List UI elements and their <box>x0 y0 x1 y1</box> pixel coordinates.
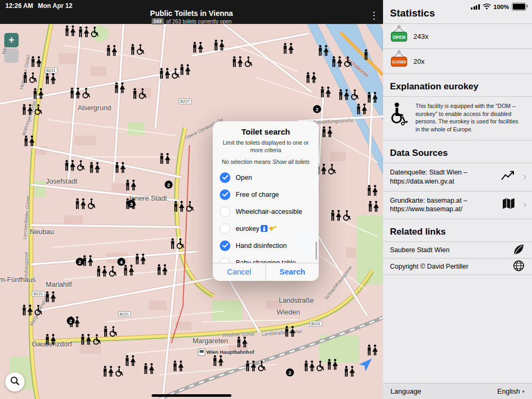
toilet-marker[interactable] <box>232 56 252 67</box>
toilet-marker[interactable] <box>65 25 76 36</box>
cluster-badge[interactable]: 4 <box>118 258 126 266</box>
checkbox-unchecked[interactable] <box>220 223 230 234</box>
toilet-marker[interactable] <box>132 88 146 99</box>
toilet-marker[interactable] <box>283 43 294 54</box>
checkbox-unchecked[interactable] <box>220 257 230 263</box>
toilet-marker[interactable] <box>80 334 101 345</box>
toilet-marker[interactable] <box>180 64 191 75</box>
toilet-marker[interactable] <box>338 89 359 100</box>
locate-button[interactable] <box>358 358 373 374</box>
toilet-marker[interactable] <box>64 160 85 171</box>
toilet-marker[interactable] <box>367 92 378 103</box>
toilet-marker[interactable] <box>78 26 98 37</box>
toilet-marker[interactable] <box>22 104 42 115</box>
related-link-copyright[interactable]: Copyright © David Pertiller <box>383 258 532 275</box>
toilet-marker[interactable] <box>130 44 144 55</box>
zoom-out-button[interactable] <box>4 48 19 63</box>
toilet-marker[interactable] <box>103 365 123 377</box>
filter-option-label: Open <box>236 174 252 181</box>
cluster-badge[interactable]: 2 <box>165 181 173 189</box>
toilet-marker[interactable] <box>213 355 224 366</box>
cluster-badge[interactable]: 3 <box>128 200 136 208</box>
toilet-marker[interactable] <box>89 162 101 173</box>
toilet-marker[interactable] <box>214 39 225 51</box>
toilet-marker[interactable] <box>123 264 135 276</box>
filter-option-baby-changing-table[interactable]: Baby changing table <box>213 254 319 263</box>
cluster-badge[interactable]: 2 <box>67 317 75 325</box>
toilet-marker[interactable] <box>159 68 179 79</box>
toilet-marker[interactable] <box>114 82 126 93</box>
cluster-badge[interactable]: 2 <box>76 258 84 266</box>
toilet-marker[interactable] <box>330 210 351 221</box>
toilet-marker[interactable] <box>160 153 171 164</box>
toilet-marker[interactable] <box>82 255 94 266</box>
toilet-marker[interactable] <box>75 198 95 209</box>
globe-icon <box>513 260 525 273</box>
toilet-marker[interactable] <box>344 365 355 377</box>
toilet-marker[interactable] <box>318 45 329 56</box>
toilet-marker[interactable] <box>31 56 42 67</box>
cluster-badge[interactable]: 2 <box>286 369 294 377</box>
location-arrow-icon <box>359 358 372 374</box>
toilet-marker[interactable] <box>304 360 324 371</box>
map-canvas[interactable]: AlsergrundJosefstadtInnere StadtNeubauMa… <box>0 24 383 399</box>
toilet-marker[interactable] <box>45 334 56 345</box>
toilet-marker[interactable] <box>23 72 37 83</box>
toilet-marker[interactable] <box>45 73 56 84</box>
data-source-row-wien[interactable]: Datenquelle: Stadt Wien – https://data.w… <box>383 163 532 191</box>
toilet-marker[interactable] <box>45 291 56 302</box>
toilet-marker[interactable] <box>22 304 42 315</box>
toilet-marker[interactable] <box>193 41 204 53</box>
toilet-marker[interactable] <box>125 355 136 366</box>
toilet-marker[interactable] <box>173 201 194 212</box>
language-bar: Language English ▾ <box>383 383 532 399</box>
toilet-marker[interactable] <box>33 88 44 99</box>
toilet-marker[interactable] <box>364 49 369 60</box>
data-source-row-basemap[interactable]: Grundkarte: basemap.at – https://www.bas… <box>383 191 532 220</box>
checkbox-unchecked[interactable] <box>220 206 230 217</box>
toilet-marker[interactable] <box>327 359 338 370</box>
toilet-marker[interactable] <box>320 86 331 97</box>
toilet-marker[interactable] <box>173 360 184 371</box>
toilet-marker[interactable] <box>368 201 379 212</box>
filter-option-open[interactable]: Open <box>213 169 319 186</box>
filter-option-wheelchair-accessible[interactable]: Wheelchair-accessible <box>213 203 319 220</box>
home-indicator[interactable] <box>152 394 231 397</box>
search-submit-button[interactable]: Search <box>265 263 319 281</box>
toilet-marker[interactable] <box>70 87 90 98</box>
toilet-marker[interactable] <box>170 238 184 249</box>
menu-icon[interactable]: ⋮ <box>368 10 380 21</box>
checkbox-checked[interactable] <box>220 189 230 200</box>
toilet-marker[interactable] <box>96 265 117 277</box>
toilet-marker[interactable] <box>103 326 117 337</box>
filter-option-eurokey[interactable]: eurokey <box>213 220 319 237</box>
toilet-marker[interactable] <box>237 336 248 347</box>
toilet-marker[interactable] <box>285 326 296 337</box>
checkbox-checked[interactable] <box>220 240 230 251</box>
toilet-marker[interactable] <box>322 126 333 137</box>
toilet-marker[interactable] <box>367 185 378 196</box>
toilet-marker[interactable] <box>106 45 118 56</box>
related-link-saubere-stadt[interactable]: Saubere Stadt Wien <box>383 242 532 258</box>
toilet-marker[interactable] <box>115 162 126 173</box>
checkbox-checked[interactable] <box>220 172 230 183</box>
language-select[interactable]: English ▾ <box>497 387 525 395</box>
zoom-in-button[interactable]: + <box>4 33 19 47</box>
scrollbar[interactable] <box>315 242 317 260</box>
toilet-marker[interactable] <box>367 344 378 355</box>
toilet-marker[interactable] <box>157 264 168 275</box>
toilet-marker[interactable] <box>306 72 317 83</box>
toilet-marker[interactable] <box>144 363 155 374</box>
toilet-marker[interactable] <box>24 135 35 146</box>
toilet-marker[interactable] <box>126 179 137 190</box>
search-button[interactable] <box>5 372 24 392</box>
filter-option-free-of-charge[interactable]: Free of charge <box>213 186 319 203</box>
district-label: Margareten <box>193 337 228 345</box>
cancel-button[interactable]: Cancel <box>213 263 265 281</box>
toilet-marker[interactable] <box>356 103 368 114</box>
toilet-marker[interactable] <box>135 253 146 264</box>
toilet-marker[interactable] <box>331 56 352 67</box>
cluster-badge[interactable]: 2 <box>313 105 321 113</box>
filter-option-hand-disinfection[interactable]: Hand disinfection <box>213 237 319 254</box>
toilet-marker[interactable] <box>245 360 265 371</box>
